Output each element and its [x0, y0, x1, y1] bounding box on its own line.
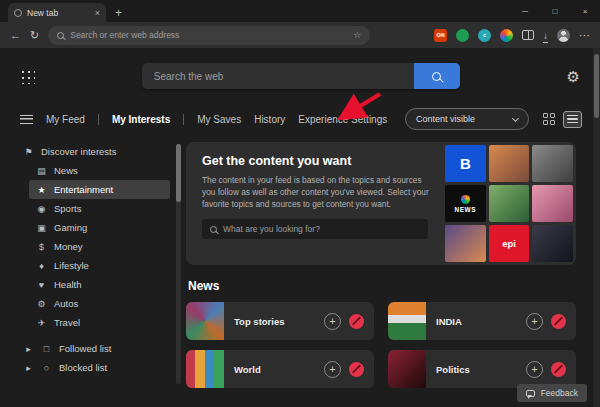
card-thumbnail — [388, 350, 426, 388]
browser-tab[interactable]: New tab × — [8, 3, 106, 22]
sidebar-item-gaming[interactable]: ▣ Gaming — [29, 218, 170, 237]
sidebar-item-label: Sports — [54, 203, 81, 214]
tab-title: New tab — [27, 8, 90, 18]
sidebar-followed-list[interactable]: ▸ □ Followed list — [16, 339, 170, 358]
web-search-button[interactable] — [414, 63, 460, 89]
tab-my-saves[interactable]: My Saves — [197, 114, 241, 125]
maximize-button[interactable]: □ — [540, 0, 570, 22]
minimize-button[interactable]: ─ — [510, 0, 540, 22]
list-view-icon[interactable] — [563, 111, 582, 128]
extension-onenote-icon[interactable]: ON — [434, 29, 447, 42]
tab-experience-settings[interactable]: Experience Settings — [298, 114, 387, 125]
tab-close-icon[interactable]: × — [95, 8, 100, 18]
grid-view-icon[interactable] — [542, 112, 556, 126]
page-settings-gear-icon[interactable]: ⚙ — [567, 69, 580, 84]
sidebar-item-label: Autos — [54, 298, 78, 309]
extension-teal-icon[interactable]: c — [478, 29, 491, 42]
chevron-down-icon — [512, 114, 519, 121]
feed-nav: My Feed My Interests My Saves History Ex… — [20, 108, 582, 130]
tab-my-feed[interactable]: My Feed — [46, 114, 85, 125]
sidebar-item-entertainment[interactable]: ★ Entertainment — [29, 180, 170, 199]
interest-search-input[interactable] — [223, 224, 420, 234]
sidebar-header-label: Discover interests — [41, 146, 117, 157]
address-input[interactable] — [70, 30, 347, 40]
interest-card-politics[interactable]: Politics + — [388, 350, 576, 388]
sidebar-blocked-list[interactable]: ▸ ○ Blocked list — [16, 358, 170, 377]
web-search-input[interactable] — [142, 63, 414, 89]
favorites-star-icon[interactable]: ☆ — [353, 30, 361, 40]
tab-favicon-icon — [14, 9, 22, 17]
address-bar[interactable]: ☆ — [48, 26, 370, 45]
interest-cards-grid: Top stories + INDIA + World — [186, 302, 576, 388]
follow-plus-button[interactable]: + — [526, 313, 543, 330]
card-label: Politics — [426, 364, 526, 375]
hero-body: The content in your feed is based on the… — [202, 175, 430, 210]
nbc-peacock-icon — [461, 195, 470, 204]
feedback-label: Feedback — [541, 388, 578, 398]
collage-tile-bing: B — [445, 145, 486, 182]
block-icon[interactable] — [349, 362, 364, 377]
sidebar-header-discover-interests[interactable]: ⚑ Discover interests — [16, 142, 170, 161]
sidebar-item-lifestyle[interactable]: ♦ Lifestyle — [29, 256, 170, 275]
follow-plus-button[interactable]: + — [526, 361, 543, 378]
sidebar-item-news[interactable]: ▤ News — [29, 161, 170, 180]
card-actions: + — [324, 361, 374, 378]
travel-icon: ✈ — [36, 318, 47, 328]
sidebar-scrollbar[interactable] — [176, 144, 181, 384]
interest-card-india[interactable]: INDIA + — [388, 302, 576, 340]
sidebar-scrollbar-thumb[interactable] — [176, 144, 181, 202]
collage-tile-photo — [489, 145, 530, 182]
gaming-icon: ▣ — [36, 223, 47, 233]
sports-icon: ◉ — [36, 204, 47, 214]
content-area: ⚑ Discover interests ▤ News ★ Entertainm… — [0, 142, 600, 388]
follow-plus-button[interactable]: + — [324, 313, 341, 330]
interest-card-world[interactable]: World + — [186, 350, 374, 388]
page-scrollbar-thumb[interactable] — [594, 54, 599, 118]
page-scrollbar[interactable] — [593, 48, 600, 407]
tab-history[interactable]: History — [254, 114, 285, 125]
apps-waffle-icon[interactable] — [20, 69, 35, 84]
menu-hamburger-icon[interactable] — [20, 115, 33, 124]
web-search-box[interactable] — [142, 63, 460, 89]
downloads-icon[interactable]: ↓ — [543, 30, 548, 41]
profile-avatar[interactable] — [557, 29, 570, 42]
extension-nbc-icon[interactable] — [500, 29, 513, 42]
sidebar-item-label: Gaming — [54, 222, 87, 233]
followed-list-icon: □ — [41, 344, 52, 354]
search-icon — [432, 72, 441, 81]
browser-toolbar: ← ↻ ☆ ON c ↓ ⋯ — [0, 22, 600, 48]
sidebar-item-health[interactable]: ♥ Health — [29, 275, 170, 294]
refresh-icon[interactable]: ↻ — [30, 30, 39, 41]
section-title-news: News — [188, 279, 576, 293]
sidebar-item-money[interactable]: $ Money — [29, 237, 170, 256]
sidebar-item-autos[interactable]: ⚙ Autos — [29, 294, 170, 313]
health-icon: ♥ — [36, 280, 47, 290]
sidebar-item-label: Health — [54, 279, 81, 290]
back-icon[interactable]: ← — [10, 30, 21, 41]
collage-tile-nbc-news: NEWS — [445, 185, 486, 222]
sidebar-item-sports[interactable]: ◉ Sports — [29, 199, 170, 218]
feedback-button[interactable]: Feedback — [517, 384, 587, 402]
view-toggles — [542, 111, 582, 128]
block-icon[interactable] — [349, 314, 364, 329]
card-label: World — [224, 364, 324, 375]
tab-my-interests[interactable]: My Interests — [112, 114, 170, 125]
block-icon[interactable] — [551, 362, 566, 377]
interest-search-box[interactable] — [202, 219, 428, 239]
follow-plus-button[interactable]: + — [324, 361, 341, 378]
split-screen-icon[interactable] — [522, 30, 534, 40]
card-label: INDIA — [426, 316, 526, 327]
block-icon[interactable] — [551, 314, 566, 329]
new-tab-button[interactable]: + — [115, 7, 122, 19]
hero-card: Get the content you want The content in … — [186, 142, 576, 265]
extension-green-icon[interactable] — [456, 29, 469, 42]
more-menu-icon[interactable]: ⋯ — [579, 30, 590, 41]
web-search-wrap — [35, 63, 567, 89]
sidebar-item-travel[interactable]: ✈ Travel — [29, 313, 170, 332]
news-icon: ▤ — [36, 166, 47, 176]
interest-card-top-stories[interactable]: Top stories + — [186, 302, 374, 340]
search-icon — [210, 226, 217, 233]
page-top: ⚙ — [0, 48, 600, 89]
content-visible-dropdown[interactable]: Content visible — [405, 108, 529, 130]
close-button[interactable]: × — [570, 0, 600, 22]
